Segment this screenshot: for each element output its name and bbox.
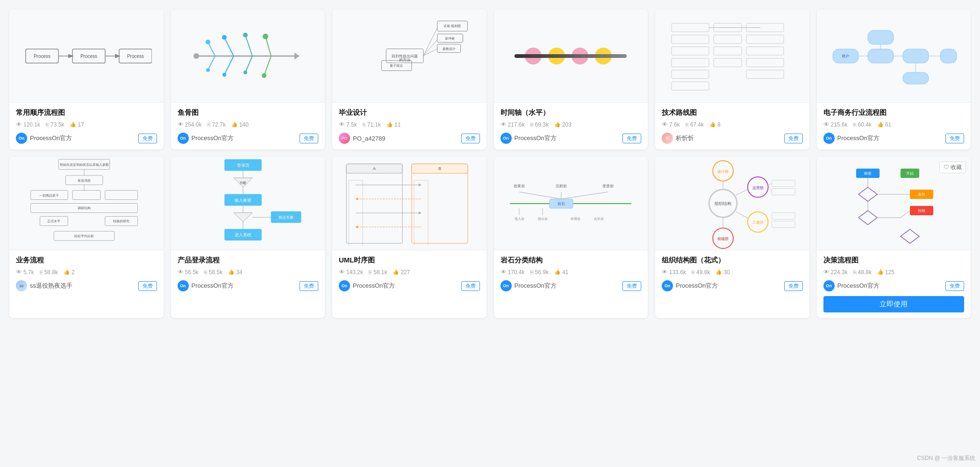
copies-stat: ⎘ 58.8k xyxy=(40,269,58,276)
copies-count: 71.1k xyxy=(367,121,381,128)
author-avatar: On xyxy=(501,133,512,144)
copies-count: 58.8k xyxy=(44,269,58,276)
card-body: 岩石分类结构 👁 170.4k ⎘ 56.9k 👍 41 On Pr xyxy=(494,250,648,297)
template-card-7[interactable]: 初始化设定初始状态以及输入参数 发送消息 一切商品若干 调研结构 正式水平 转换… xyxy=(9,157,164,318)
svg-rect-84 xyxy=(72,191,100,200)
author-info: On ProcessOn官方 xyxy=(823,280,880,291)
svg-text:判断: 判断 xyxy=(240,181,246,184)
svg-line-19 xyxy=(208,56,215,70)
like-icon: 👍 xyxy=(228,269,235,275)
likes-stat: 👍 34 xyxy=(228,269,242,276)
like-icon: 👍 xyxy=(554,269,561,275)
copy-icon: ⎘ xyxy=(853,122,857,127)
svg-text:开始: 开始 xyxy=(906,171,914,176)
svg-rect-56 xyxy=(714,35,742,43)
copies-count: 56.9k xyxy=(535,269,549,276)
likes-count: 125 xyxy=(885,269,894,276)
card-footer: 析 析忻忻 免费 xyxy=(662,133,803,144)
views-stat: 👁 170.4k xyxy=(501,269,525,276)
svg-line-13 xyxy=(224,37,234,56)
template-card-12[interactable]: ♡ 收藏 开始 标签 条件 拒绝 xyxy=(817,157,971,318)
svg-text:沉积岩: 沉积岩 xyxy=(556,184,567,188)
card-title: 技术路线图 xyxy=(662,108,803,117)
card-stats: 👁 170.4k ⎘ 56.9k 👍 41 xyxy=(501,269,642,276)
svg-text:轻松平均分析: 轻松平均分析 xyxy=(74,234,94,238)
views-stat: 👁 56.5k xyxy=(178,269,199,276)
copies-count: 48.8k xyxy=(858,269,872,276)
svg-rect-63 xyxy=(746,70,784,78)
svg-point-10 xyxy=(193,53,199,59)
card-stats: 👁 143.2k ⎘ 58.1k 👍 227 xyxy=(339,269,480,276)
author-info: On ProcessOn官方 xyxy=(339,280,395,291)
template-card-3[interactable]: 回归性提出问题 的方法 试卷·规则图 草坪树 参数设计 量子前沿 毕业设计 👁 … xyxy=(332,9,486,149)
card-footer: On ProcessOn官方 免费 xyxy=(662,280,803,291)
views-stat: 👁 215.6k xyxy=(823,121,848,128)
likes-stat: 👍 227 xyxy=(393,269,410,276)
copies-count: 60.4k xyxy=(858,121,872,128)
card-stats: 👁 133.6k ⎘ 49.8k 👍 30 xyxy=(662,269,803,276)
card-thumbnail: Process Process Process xyxy=(9,9,164,103)
views-stat: 👁 133.6k xyxy=(662,269,686,276)
template-card-10[interactable]: 岩石 岩浆岩 沉积岩 变质岩 侵入岩 喷出岩 碎屑岩 化学岩 岩石分类结构 👁 … xyxy=(494,157,648,318)
free-badge: 免费 xyxy=(300,134,318,143)
template-card-2[interactable]: 鱼骨图 👁 254.0k ⎘ 72.7k 👍 140 On Proc xyxy=(171,9,325,149)
svg-text:用户: 用户 xyxy=(842,54,849,58)
likes-stat: 👍 8 xyxy=(709,121,721,128)
views-count: 217.6k xyxy=(508,121,525,128)
svg-line-25 xyxy=(264,56,271,76)
template-card-6[interactable]: 用户 电子商务行业流程图 👁 215.6k ⎘ 60.4k xyxy=(817,9,971,149)
copies-stat: ⎘ 60.4k xyxy=(853,121,872,128)
svg-text:进入系统: 进入系统 xyxy=(235,233,251,237)
svg-text:发送消息: 发送消息 xyxy=(78,179,91,182)
author-avatar: ss xyxy=(16,280,27,291)
eye-icon: 👁 xyxy=(16,269,22,276)
card-thumbnail: 登录页 判断 输入账密 进入系统 验证失败 xyxy=(171,157,325,250)
author-name: ProcessOn官方 xyxy=(192,134,234,142)
svg-rect-69 xyxy=(903,49,929,63)
likes-count: 203 xyxy=(562,121,572,128)
svg-text:设计部: 设计部 xyxy=(717,170,729,174)
svg-line-23 xyxy=(245,56,252,72)
likes-count: 34 xyxy=(236,269,242,276)
copy-icon: ⎘ xyxy=(204,269,207,275)
use-button[interactable]: 立即使用 xyxy=(823,296,965,312)
svg-text:调研结构: 调研结构 xyxy=(78,206,91,210)
card-title: 岩石分类结构 xyxy=(501,256,642,265)
svg-line-173 xyxy=(901,211,910,218)
svg-line-131 xyxy=(561,192,608,199)
card-body: 常用顺序流程图 👁 120.1k ⎘ 73.5k 👍 17 On P xyxy=(9,103,164,149)
views-stat: 👁 254.0k xyxy=(178,121,202,128)
card-body: 决策流程图 👁 224.3k ⎘ 48.8k 👍 125 On Pr xyxy=(817,250,971,318)
card-footer: On ProcessOn官方 免费 xyxy=(501,280,642,291)
eye-icon: 👁 xyxy=(178,121,184,128)
svg-text:B: B xyxy=(438,166,441,171)
card-footer: ss ss退役熟夜选手 免费 xyxy=(16,280,157,291)
svg-marker-168 xyxy=(901,229,919,243)
likes-stat: 👍 61 xyxy=(877,121,891,128)
author-name: ProcessOn官方 xyxy=(30,134,72,142)
template-card-5[interactable]: 技术路线图 👁 7.6k ⎘ 67.4k 👍 8 析 析忻忻 xyxy=(655,9,809,149)
svg-text:组织结构: 组织结构 xyxy=(715,201,731,206)
svg-line-129 xyxy=(519,192,561,199)
likes-count: 17 xyxy=(78,121,84,128)
template-card-1[interactable]: Process Process Process 常用顺序流程图 👁 120.1k… xyxy=(9,9,164,149)
collect-button[interactable]: ♡ 收藏 xyxy=(939,162,966,173)
svg-text:喷出岩: 喷出岩 xyxy=(538,217,548,221)
views-count: 133.6k xyxy=(669,269,686,276)
template-card-8[interactable]: 登录页 判断 输入账密 进入系统 验证失败 产品登录流程 👁 56.5k xyxy=(171,157,325,318)
svg-rect-53 xyxy=(672,82,709,90)
free-badge: 免费 xyxy=(138,134,157,143)
template-card-4[interactable]: 时间轴（水平） 👁 217.6k ⎘ 69.3k 👍 203 On xyxy=(494,9,648,149)
card-thumbnail xyxy=(655,9,809,103)
template-card-11[interactable]: 组织结构 设计部 运营部 工服部 前端部 组织结构图（花式） xyxy=(655,157,809,318)
svg-text:工服部: 工服部 xyxy=(752,220,763,225)
views-stat: 👁 120.1k xyxy=(16,121,40,128)
card-title: 决策流程图 xyxy=(823,256,965,265)
template-card-9[interactable]: A B UML时序图 � xyxy=(332,157,486,318)
svg-text:参数设计: 参数设计 xyxy=(442,47,455,51)
card-body: 技术路线图 👁 7.6k ⎘ 67.4k 👍 8 析 析忻忻 xyxy=(655,103,809,149)
author-avatar: On xyxy=(178,133,189,144)
author-name: ss退役熟夜选手 xyxy=(30,282,72,290)
svg-text:Process: Process xyxy=(34,54,50,59)
author-avatar: On xyxy=(16,133,27,144)
